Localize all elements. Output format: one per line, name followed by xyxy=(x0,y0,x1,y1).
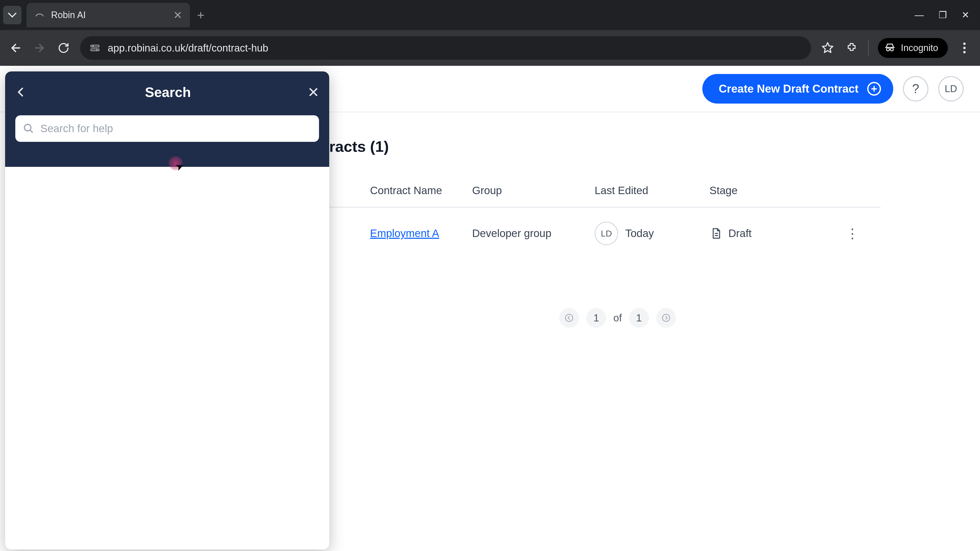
incognito-icon xyxy=(884,42,896,54)
tab-favicon-icon xyxy=(34,10,45,21)
svg-point-6 xyxy=(963,51,966,54)
svg-rect-1 xyxy=(91,49,99,51)
col-contract-name: Contract Name xyxy=(370,184,472,197)
svg-point-8 xyxy=(662,314,670,321)
url-bar[interactable]: app.robinai.co.uk/draft/contract-hub xyxy=(80,36,811,60)
col-group: Group xyxy=(472,184,595,197)
search-input-container[interactable] xyxy=(15,115,319,142)
close-tab-icon[interactable]: ✕ xyxy=(173,9,182,21)
search-popover: Search xyxy=(5,71,329,549)
contract-name-link[interactable]: Employment A xyxy=(370,227,439,239)
svg-point-4 xyxy=(963,43,966,45)
last-edited-text: Today xyxy=(625,227,654,240)
forward-icon[interactable] xyxy=(32,42,47,54)
browser-tab-bar: Robin AI ✕ + — ❐ ✕ xyxy=(0,0,980,30)
row-menu-icon[interactable]: ⋮ xyxy=(837,226,868,241)
plus-circle-icon: + xyxy=(867,82,881,96)
table-header-row: Contract Name Group Last Edited Stage xyxy=(329,178,880,207)
maximize-icon[interactable]: ❐ xyxy=(939,10,947,21)
reload-icon[interactable] xyxy=(56,42,71,54)
search-back-icon[interactable] xyxy=(15,86,28,98)
next-page-button[interactable] xyxy=(656,308,676,328)
search-input[interactable] xyxy=(40,122,311,135)
url-text: app.robinai.co.uk/draft/contract-hub xyxy=(108,42,268,54)
page-title: tracts (1) xyxy=(324,138,955,156)
create-new-draft-button[interactable]: Create New Draft Contract + xyxy=(702,74,893,103)
svg-point-5 xyxy=(963,47,966,49)
browser-toolbar: app.robinai.co.uk/draft/contract-hub Inc… xyxy=(0,30,980,66)
incognito-badge[interactable]: Incognito xyxy=(878,38,948,58)
svg-point-3 xyxy=(96,49,97,51)
stage-text: Draft xyxy=(729,227,752,240)
question-mark-icon: ? xyxy=(912,81,919,96)
svg-point-2 xyxy=(92,45,94,47)
search-close-icon[interactable] xyxy=(308,86,319,98)
browser-menu-icon[interactable] xyxy=(957,42,972,54)
create-button-label: Create New Draft Contract xyxy=(719,83,859,95)
total-pages: 1 xyxy=(629,308,649,328)
window-controls: — ❐ ✕ xyxy=(915,10,980,21)
search-header: Search xyxy=(5,71,329,167)
col-last-edited: Last Edited xyxy=(595,184,710,197)
new-tab-button[interactable]: + xyxy=(197,8,204,22)
search-title: Search xyxy=(145,84,191,100)
help-button[interactable]: ? xyxy=(903,76,928,102)
close-window-icon[interactable]: ✕ xyxy=(962,10,969,21)
editor-avatar: LD xyxy=(595,222,618,245)
site-settings-icon[interactable] xyxy=(89,42,100,54)
contracts-table: Contract Name Group Last Edited Stage Em… xyxy=(329,178,880,259)
col-stage: Stage xyxy=(710,184,837,197)
incognito-label: Incognito xyxy=(901,43,938,53)
toolbar-divider xyxy=(868,40,869,56)
contract-group: Developer group xyxy=(472,227,595,240)
tab-title: Robin AI xyxy=(51,10,86,21)
avatar-initials: LD xyxy=(945,83,957,94)
svg-point-7 xyxy=(566,314,573,321)
browser-tab[interactable]: Robin AI ✕ xyxy=(27,3,190,27)
minimize-icon[interactable]: — xyxy=(915,10,924,21)
user-avatar[interactable]: LD xyxy=(938,76,964,102)
extensions-icon[interactable] xyxy=(844,42,859,54)
stage-cell: Draft xyxy=(710,227,837,240)
svg-rect-0 xyxy=(91,45,99,47)
current-page: 1 xyxy=(586,308,606,328)
prev-page-button[interactable] xyxy=(559,308,579,328)
search-icon xyxy=(23,123,34,134)
pagination: 1 of 1 xyxy=(281,308,955,328)
table-row: Employment A Developer group LD Today Dr… xyxy=(329,207,880,259)
last-edited-cell: LD Today xyxy=(595,222,710,245)
tabs-dropdown[interactable] xyxy=(3,6,21,24)
bookmark-star-icon[interactable] xyxy=(820,41,835,54)
of-label: of xyxy=(613,312,622,324)
document-icon xyxy=(710,227,722,240)
back-icon[interactable] xyxy=(8,42,23,54)
